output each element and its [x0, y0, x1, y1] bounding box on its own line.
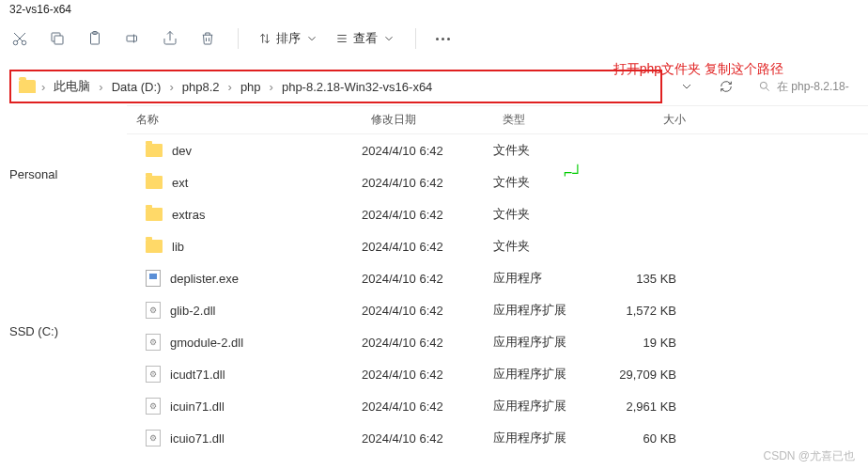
file-row[interactable]: icuin71.dll2024/4/10 6:42应用程序扩展2,961 KB [127, 390, 868, 422]
file-type: 文件夹 [493, 238, 601, 255]
file-name: gmodule-2.dll [170, 336, 243, 350]
chevron-right-icon: › [39, 80, 47, 94]
delete-icon[interactable] [197, 28, 218, 49]
paste-icon[interactable] [85, 28, 105, 49]
header-size[interactable]: 大小 [601, 112, 695, 128]
window-title: 32-vs16-x64 [0, 0, 868, 19]
file-date: 2024/4/10 6:42 [362, 240, 493, 254]
chevron-down-icon [305, 32, 318, 45]
header-type[interactable]: 类型 [493, 112, 601, 128]
view-label: 查看 [353, 30, 378, 47]
file-type: 应用程序扩展 [493, 398, 601, 415]
more-button[interactable] [436, 38, 450, 40]
crumb-folder[interactable]: php [238, 80, 264, 94]
separator [238, 28, 239, 49]
crumb-thispc[interactable]: 此电脑 [51, 78, 93, 95]
file-list: 名称 修改日期 类型 大小 dev2024/4/10 6:42文件夹ext202… [127, 105, 868, 462]
watermark: CSDN @尤喜已也 [763, 448, 855, 464]
file-row[interactable]: lib2024/4/10 6:42文件夹 [127, 230, 868, 262]
dll-icon [146, 302, 161, 319]
sort-label: 排序 [276, 30, 301, 47]
crumb-folder[interactable]: php-8.2.18-Win32-vs16-x64 [279, 80, 435, 94]
folder-icon [146, 176, 163, 189]
file-name: ext [172, 176, 188, 190]
rename-icon[interactable] [122, 28, 143, 49]
crumb-drive[interactable]: Data (D:) [109, 80, 164, 94]
file-type: 应用程序 [493, 270, 601, 287]
header-name[interactable]: 名称 [127, 112, 362, 128]
file-row[interactable]: icuio71.dll2024/4/10 6:42应用程序扩展60 KB [127, 422, 868, 454]
dll-icon [146, 334, 161, 351]
cut-icon[interactable] [9, 28, 30, 49]
copy-icon[interactable] [47, 28, 68, 49]
sidebar-item-personal[interactable]: Personal [9, 162, 127, 187]
file-date: 2024/4/10 6:42 [362, 304, 493, 318]
folder-icon [146, 144, 163, 157]
search-icon [758, 80, 771, 93]
main-area: Personal SSD (C:) 名称 修改日期 类型 大小 dev2024/… [0, 105, 868, 462]
file-type: 应用程序扩展 [493, 334, 601, 351]
file-size: 135 KB [601, 272, 695, 286]
file-name: dev [172, 144, 192, 158]
dll-icon [146, 398, 161, 415]
sort-icon [258, 32, 271, 45]
file-name: extras [172, 208, 205, 222]
search-placeholder: 在 php-8.2.18- [777, 79, 849, 95]
file-date: 2024/4/10 6:42 [362, 208, 493, 222]
file-name: icuin71.dll [170, 400, 225, 414]
breadcrumb[interactable]: › 此电脑 › Data (D:) › php8.2 › php › php-8… [9, 70, 662, 103]
file-date: 2024/4/10 6:42 [362, 431, 493, 446]
file-name: deplister.exe [170, 272, 239, 286]
share-icon[interactable] [160, 28, 180, 49]
folder-icon [146, 208, 163, 221]
file-name: icudt71.dll [170, 368, 225, 382]
view-button[interactable]: 查看 [335, 30, 395, 47]
file-name: icuio71.dll [170, 431, 225, 446]
chevron-right-icon: › [226, 80, 234, 94]
file-date: 2024/4/10 6:42 [362, 336, 493, 350]
exe-icon [146, 270, 161, 287]
toolbar: 排序 查看 [0, 19, 868, 58]
file-type: 文件夹 [493, 206, 601, 223]
header-date[interactable]: 修改日期 [362, 112, 493, 128]
chevron-down-icon [382, 32, 395, 45]
file-type: 应用程序扩展 [493, 302, 601, 319]
file-size: 60 KB [601, 431, 695, 446]
file-size: 29,709 KB [601, 368, 695, 382]
file-size: 19 KB [601, 336, 695, 350]
file-name: glib-2.dll [170, 304, 215, 318]
file-date: 2024/4/10 6:42 [362, 272, 493, 286]
folder-icon [146, 240, 163, 253]
svg-point-6 [760, 82, 767, 88]
dll-icon [146, 430, 161, 446]
sort-button[interactable]: 排序 [258, 30, 318, 47]
svg-rect-2 [54, 36, 63, 44]
sidebar-item-ssd[interactable]: SSD (C:) [9, 319, 127, 344]
file-row[interactable]: deplister.exe2024/4/10 6:42应用程序135 KB [127, 262, 868, 294]
file-row[interactable]: gmodule-2.dll2024/4/10 6:42应用程序扩展19 KB [127, 326, 868, 358]
file-date: 2024/4/10 6:42 [362, 368, 493, 382]
crumb-folder[interactable]: php8.2 [179, 80, 223, 94]
file-row[interactable]: ext2024/4/10 6:42文件夹 [127, 166, 868, 198]
chevron-right-icon: › [268, 80, 275, 94]
file-size: 1,572 KB [601, 304, 695, 318]
file-row[interactable]: icudt71.dll2024/4/10 6:42应用程序扩展29,709 KB [127, 358, 868, 390]
file-date: 2024/4/10 6:42 [362, 144, 493, 158]
file-type: 文件夹 [493, 174, 601, 191]
file-size: 2,961 KB [601, 400, 695, 414]
file-row[interactable]: extras2024/4/10 6:42文件夹 [127, 198, 868, 230]
file-type: 文件夹 [493, 142, 601, 159]
chevron-right-icon: › [167, 80, 175, 94]
file-row[interactable]: glib-2.dll2024/4/10 6:42应用程序扩展1,572 KB [127, 294, 868, 326]
file-type: 应用程序扩展 [493, 430, 601, 446]
file-type: 应用程序扩展 [493, 366, 601, 383]
svg-rect-5 [127, 36, 137, 41]
cursor-annotation: ⌐┘ [564, 164, 583, 181]
file-row[interactable]: dev2024/4/10 6:42文件夹 [127, 134, 868, 166]
dll-icon [146, 366, 161, 383]
file-name: lib [172, 240, 184, 254]
file-date: 2024/4/10 6:42 [362, 176, 493, 190]
sidebar: Personal SSD (C:) [0, 105, 127, 462]
column-headers: 名称 修改日期 类型 大小 [127, 106, 868, 134]
chevron-right-icon: › [97, 80, 104, 94]
